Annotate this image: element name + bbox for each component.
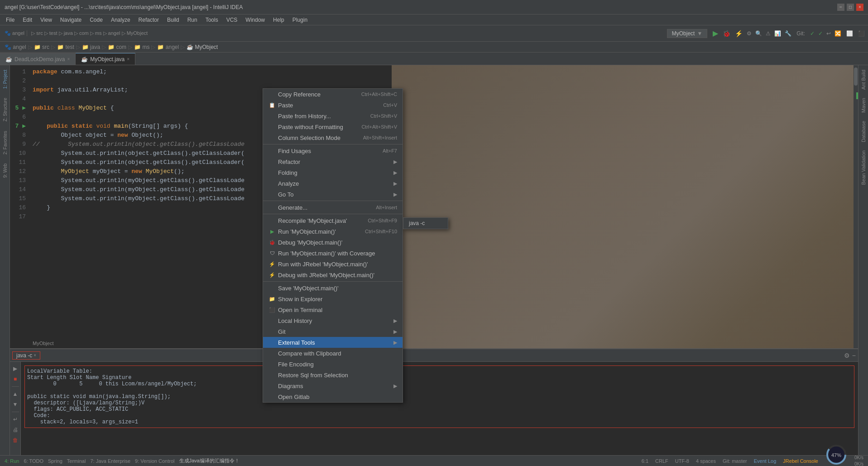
sidebar-bean-validation[interactable]: Bean Validation [859, 147, 868, 188]
status-spring-tab[interactable]: Spring [48, 458, 62, 464]
stop-btn[interactable]: ■ [11, 375, 20, 384]
event-log-btn[interactable]: Event Log [754, 458, 777, 464]
ctx-run-coverage[interactable]: 🛡Run 'MyObject.main()' with Coverage [263, 248, 403, 259]
ctx-diagrams[interactable]: Diagrams ▶ [263, 380, 403, 391]
ctx-paste[interactable]: 📋Paste Ctrl+V [263, 100, 403, 110]
scroll-down-btn[interactable]: ▼ [11, 400, 20, 409]
menu-view[interactable]: View [37, 16, 56, 24]
toolbar-btn5[interactable]: 🔧 [785, 30, 791, 37]
run-button[interactable]: ▶ [713, 29, 718, 38]
coverage-button[interactable]: ⚡ [735, 30, 743, 37]
tab-myobject-close[interactable]: × [127, 57, 129, 62]
breadcrumb-src[interactable]: 📁 src [34, 44, 49, 50]
status-todo-tab[interactable]: 6: TODO [24, 458, 43, 464]
sidebar-project[interactable]: 1: Project [0, 65, 10, 93]
run-config-selector[interactable]: MyObject ▼ [667, 29, 708, 38]
breadcrumb-com[interactable]: 📁 com [108, 44, 126, 50]
git-btn1[interactable]: ✓ [810, 30, 815, 37]
git-btn2[interactable]: ✓ [818, 30, 823, 37]
tab-myobject[interactable]: ☕ MyObject.java × [76, 53, 135, 65]
menu-help[interactable]: Help [269, 16, 288, 24]
status-run-tab[interactable]: 4: Run [5, 458, 19, 464]
run-tab-close[interactable]: × [34, 353, 36, 358]
sidebar-favorites[interactable]: 2: Favorites [0, 126, 10, 159]
git-btn3[interactable]: ↩ [826, 30, 831, 37]
ctx-copy-reference[interactable]: Copy Reference Ctrl+Alt+Shift+C [263, 89, 403, 100]
ctx-show-explorer[interactable]: 📁Show in Explorer [263, 293, 403, 304]
ctx-debug-jrebel[interactable]: ⚡Debug with JRebel 'MyObject.main()' [263, 269, 403, 280]
breadcrumb-test[interactable]: 📁 test [57, 44, 74, 50]
ctx-run[interactable]: ▶Run 'MyObject.main()' Ctrl+Shift+F10 [263, 226, 403, 237]
status-version-tab[interactable]: 9: Version Control [135, 458, 174, 464]
breadcrumb-myobject[interactable]: ☕ MyObject [187, 44, 218, 50]
ctx-local-history[interactable]: Local History ▶ [263, 315, 403, 326]
toolbar-btn3[interactable]: ⚠ [766, 30, 771, 37]
menu-plugin[interactable]: Plugin [289, 16, 311, 24]
breadcrumb-angel[interactable]: 🐾 angel [5, 44, 26, 50]
ctx-recompile[interactable]: Recompile 'MyObject.java' Ctrl+Shift+F9 [263, 215, 403, 226]
ctx-generate[interactable]: Generate... Alt+Insert [263, 202, 403, 213]
breadcrumb-java[interactable]: 📁 java [82, 44, 100, 50]
sidebar-structure[interactable]: Z: Structure [0, 93, 10, 126]
menu-code[interactable]: Code [86, 16, 106, 24]
sidebar-database[interactable]: Database [859, 117, 868, 146]
tab-deadlock[interactable]: ☕ DeadLockDemo.java × [0, 53, 76, 65]
menu-run[interactable]: Run [184, 16, 201, 24]
menu-navigate[interactable]: Navigate [57, 16, 85, 24]
ctx-run-jrebel[interactable]: ⚡Run with JRebel 'MyObject.main()' [263, 259, 403, 269]
submenu-java-c[interactable]: java -c [403, 218, 448, 229]
breadcrumb-ms[interactable]: 📁 ms [134, 44, 149, 50]
menu-analyze[interactable]: Analyze [107, 16, 134, 24]
debug-button[interactable]: 🐞 [723, 30, 730, 37]
tab-deadlock-close[interactable]: × [67, 57, 70, 62]
sidebar-web[interactable]: 9: Web [0, 159, 10, 183]
run-minimize-icon[interactable]: − [852, 352, 856, 359]
menu-vcs[interactable]: VCS [223, 16, 241, 24]
status-terminal-tab[interactable]: Terminal [67, 458, 86, 464]
code-editor[interactable]: package com.ms.angel; import java.util.A… [30, 65, 858, 348]
wrap-btn[interactable]: ↵ [11, 415, 20, 424]
jrebel-console-btn[interactable]: JRebel Console [783, 458, 818, 464]
ctx-debug[interactable]: 🐞Debug 'MyObject.main()' [263, 237, 403, 248]
ctx-open-gitlab[interactable]: Open Gitlab [263, 391, 403, 402]
ctx-column-select[interactable]: Column Selection Mode Alt+Shift+Insert [263, 132, 403, 143]
toolbar-extra1[interactable]: ⬜ [846, 30, 853, 37]
git-btn4[interactable]: 🔀 [834, 30, 841, 37]
breadcrumb-angel2[interactable]: 📁 angel [157, 44, 179, 50]
toolbar-btn4[interactable]: 📊 [774, 30, 781, 37]
ctx-analyze[interactable]: Analyze ▶ [263, 178, 403, 189]
run-btn[interactable]: ▶ [11, 364, 20, 373]
sidebar-maven[interactable]: Maven [859, 94, 868, 116]
ctx-find-usages[interactable]: Find Usages Alt+F7 [263, 145, 403, 156]
ctx-external-tools[interactable]: External Tools ▶ [263, 337, 403, 348]
run-settings-icon[interactable]: ⚙ [844, 352, 850, 359]
ctx-goto[interactable]: Go To ▶ [263, 189, 403, 200]
toolbar-extra2[interactable]: ⬛ [858, 30, 865, 37]
ctx-git[interactable]: Git ▶ [263, 326, 403, 337]
clear-btn[interactable]: 🗑 [11, 436, 20, 445]
menu-edit[interactable]: Edit [19, 16, 36, 24]
menu-refactor[interactable]: Refactor [135, 16, 163, 24]
sidebar-ant-build[interactable]: Ant Build [859, 66, 868, 93]
ctx-refactor[interactable]: Refactor ▶ [263, 156, 403, 167]
ctx-folding[interactable]: Folding ▶ [263, 167, 403, 178]
menu-window[interactable]: Window [242, 16, 269, 24]
ctx-paste-history[interactable]: Paste from History... Ctrl+Shift+V [263, 110, 403, 121]
run-tab-indicator[interactable]: java -c × [12, 351, 40, 360]
maximize-button[interactable]: □ [847, 4, 854, 11]
close-button[interactable]: × [856, 4, 863, 11]
scroll-up-btn[interactable]: ▲ [11, 389, 20, 399]
ctx-file-encoding[interactable]: File Encoding [263, 359, 403, 370]
menu-tools[interactable]: Tools [202, 16, 222, 24]
ctx-paste-no-format[interactable]: Paste without Formatting Ctrl+Alt+Shift+… [263, 121, 403, 132]
toolbar-btn2[interactable]: 🔍 [755, 30, 762, 37]
ctx-save[interactable]: Save 'MyObject.main()' [263, 283, 403, 293]
ctx-compare-clipboard[interactable]: Compare with Clipboard [263, 348, 403, 359]
menu-build[interactable]: Build [163, 16, 183, 24]
minimize-button[interactable]: − [837, 4, 844, 11]
status-java-ent-tab[interactable]: 7: Java Enterprise [90, 458, 130, 464]
menu-file[interactable]: File [2, 16, 18, 24]
toolbar-btn1[interactable]: ⚙ [747, 30, 752, 37]
ctx-restore-sql[interactable]: Restore Sql from Selection [263, 370, 403, 380]
print-btn[interactable]: 🖨 [11, 425, 20, 434]
